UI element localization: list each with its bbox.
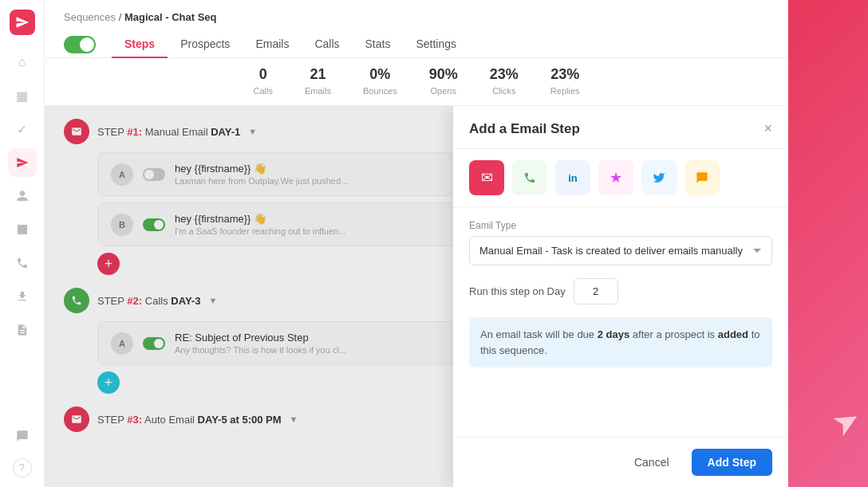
- panel-icon-linkedin[interactable]: in: [555, 160, 590, 195]
- stat-calls-value: 0: [253, 66, 272, 83]
- tab-steps[interactable]: Steps: [112, 31, 168, 58]
- breadcrumb-parent[interactable]: Sequences: [64, 11, 116, 23]
- sequence-toggle[interactable]: [64, 36, 96, 53]
- stat-clicks-value: 23%: [490, 66, 519, 83]
- sidebar-item-documents[interactable]: [8, 316, 37, 344]
- info-bold-days: 2 days: [598, 328, 629, 340]
- sidebar-item-dashboard[interactable]: ▦: [8, 81, 37, 110]
- panel-icon-sms[interactable]: [685, 160, 720, 195]
- tab-stats[interactable]: Stats: [353, 31, 404, 58]
- breadcrumb: Sequences / Magical - Chat Seq: [64, 11, 769, 23]
- decoration-arrow: ➤: [826, 399, 867, 444]
- stat-opens-label: Opens: [431, 86, 456, 96]
- add-step-button[interactable]: Add Step: [692, 449, 772, 476]
- sidebar: ⌂ ▦ ✓ ?: [0, 0, 45, 487]
- panel-title: Add a Email Step: [469, 121, 580, 137]
- panel-icon-twitter[interactable]: [641, 160, 677, 195]
- stat-clicks-label: Clicks: [492, 86, 515, 96]
- panel-icon-email[interactable]: ✉: [469, 160, 504, 195]
- sidebar-item-help[interactable]: ?: [13, 458, 32, 477]
- stat-replies-value: 23%: [550, 66, 580, 83]
- panel-body: Eamil Type Manual Email - Task is create…: [453, 207, 788, 437]
- sidebar-item-home[interactable]: ⌂: [8, 48, 37, 77]
- header: Sequences / Magical - Chat Seq Steps Pro…: [45, 0, 788, 58]
- tabs-bar: Steps Prospects Emails Calls Stats Setti…: [64, 31, 769, 57]
- panel-footer: Cancel Add Step: [453, 437, 788, 487]
- sidebar-item-tasks[interactable]: ✓: [8, 115, 37, 143]
- stat-clicks: 23% Clicks: [490, 66, 519, 97]
- info-text-before: An email task will be due: [480, 328, 598, 340]
- panel-close-button[interactable]: ×: [763, 120, 772, 137]
- sidebar-item-calls[interactable]: [8, 249, 37, 277]
- info-box: An email task will be due 2 days after a…: [469, 317, 772, 367]
- tab-emails[interactable]: Emails: [243, 31, 302, 58]
- stat-opens: 90% Opens: [429, 66, 458, 97]
- cancel-button[interactable]: Cancel: [621, 449, 682, 476]
- tab-settings[interactable]: Settings: [403, 31, 469, 58]
- panel-icon-bar: ✉ in ★: [453, 149, 788, 207]
- sidebar-item-import[interactable]: [8, 282, 37, 311]
- steps-content: STEP #1: Manual Email DAY-1 ▼ A hey {{fi…: [45, 106, 788, 487]
- email-type-label: Eamil Type: [469, 220, 772, 231]
- stat-bounces-label: Bounces: [363, 86, 397, 96]
- sidebar-item-contacts[interactable]: [8, 182, 37, 210]
- stat-calls: 0 Calls: [253, 66, 272, 97]
- breadcrumb-separator: /: [119, 11, 122, 23]
- stat-emails-label: Emails: [305, 86, 331, 96]
- tab-prospects[interactable]: Prospects: [168, 31, 243, 58]
- app-logo: [10, 10, 35, 35]
- stat-replies: 23% Replies: [550, 66, 580, 97]
- sidebar-item-chat[interactable]: [8, 422, 37, 450]
- panel-icon-phone[interactable]: [512, 160, 547, 195]
- sidebar-item-sequences[interactable]: [8, 148, 37, 177]
- run-day-input[interactable]: [574, 278, 618, 304]
- breadcrumb-current: Magical - Chat Seq: [124, 11, 217, 23]
- sidebar-item-analytics[interactable]: [8, 215, 37, 244]
- panel-header: Add a Email Step ×: [453, 106, 788, 149]
- main-content: Sequences / Magical - Chat Seq Steps Pro…: [45, 0, 788, 487]
- run-day-label: Run this step on Day: [469, 285, 566, 297]
- info-bold-added: added: [718, 328, 748, 340]
- tab-calls[interactable]: Calls: [302, 31, 352, 58]
- stat-replies-label: Replies: [550, 86, 580, 96]
- stat-emails-value: 21: [305, 66, 331, 83]
- stat-emails: 21 Emails: [305, 66, 331, 97]
- toggle-switch[interactable]: [64, 36, 96, 53]
- info-text-mid: after a prospect is: [629, 328, 718, 340]
- panel-icon-custom[interactable]: ★: [598, 160, 633, 195]
- email-type-select[interactable]: Manual Email - Task is created to delive…: [469, 236, 772, 265]
- stat-opens-value: 90%: [429, 66, 458, 83]
- add-email-panel: Add a Email Step × ✉ in ★ Eamil Type: [453, 106, 788, 487]
- run-day-row: Run this step on Day: [469, 278, 772, 304]
- stats-bar: 0 Calls 21 Emails 0% Bounces 90% Opens 2…: [45, 58, 788, 106]
- stat-bounces: 0% Bounces: [363, 66, 397, 97]
- stat-bounces-value: 0%: [363, 66, 397, 83]
- stat-calls-label: Calls: [253, 86, 272, 96]
- right-decoration: ➤: [788, 0, 868, 487]
